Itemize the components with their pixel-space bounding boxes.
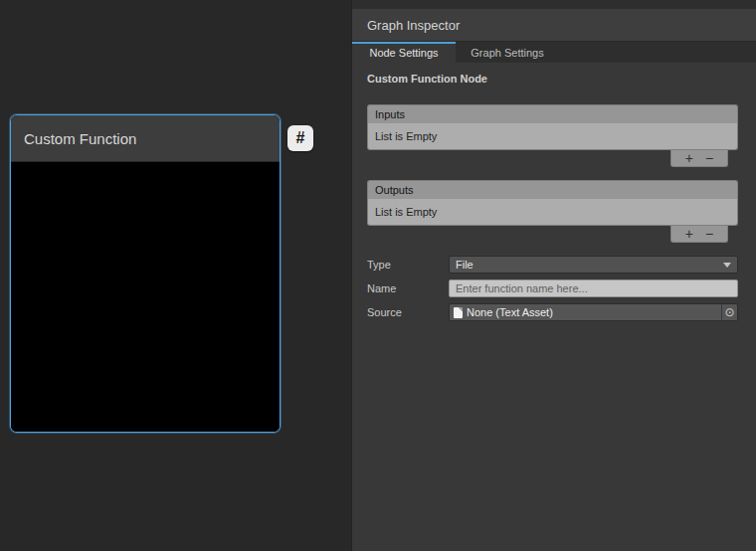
node-title: Custom Function: [24, 130, 136, 147]
custom-function-node[interactable]: Custom Function: [10, 114, 281, 433]
inspector-tab-bar: Node Settings Graph Settings: [352, 42, 756, 63]
graph-inspector-panel: Graph Inspector Node Settings Graph Sett…: [351, 0, 756, 551]
section-title: Custom Function Node: [367, 73, 738, 85]
node-title-bar[interactable]: Custom Function: [11, 115, 280, 162]
source-object-field[interactable]: None (Text Asset) ⊙: [449, 303, 738, 321]
outputs-list-footer: + −: [367, 226, 738, 243]
inspector-header-area: Graph Inspector Node Settings Graph Sett…: [352, 0, 756, 63]
type-dropdown[interactable]: File: [449, 256, 738, 274]
graph-canvas[interactable]: Custom Function #: [0, 0, 351, 551]
outputs-list-title: Outputs: [375, 184, 414, 196]
source-object-value: None (Text Asset): [467, 306, 721, 318]
object-picker-button[interactable]: ⊙: [721, 304, 737, 320]
type-dropdown-value: File: [456, 259, 723, 271]
outputs-footer-bar: + −: [670, 226, 728, 243]
object-picker-icon: ⊙: [724, 306, 734, 318]
outputs-remove-button[interactable]: −: [705, 227, 713, 241]
inputs-list: Inputs List is Empty + −: [367, 104, 738, 167]
inputs-list-empty-row: List is Empty: [367, 123, 738, 150]
inputs-add-button[interactable]: +: [685, 151, 693, 165]
inspector-content: Custom Function Node Inputs List is Empt…: [352, 63, 756, 551]
outputs-add-button[interactable]: +: [685, 227, 693, 241]
outputs-list-header[interactable]: Outputs: [367, 180, 738, 199]
tab-node-settings[interactable]: Node Settings: [352, 42, 456, 63]
node-preview-area: [11, 162, 280, 433]
tab-graph-settings[interactable]: Graph Settings: [456, 42, 559, 63]
outputs-list-empty-row: List is Empty: [367, 199, 738, 226]
inputs-list-footer: + −: [367, 150, 738, 167]
name-label: Name: [367, 282, 449, 294]
inputs-list-header[interactable]: Inputs: [367, 104, 738, 123]
hash-badge-button[interactable]: #: [287, 125, 313, 151]
type-label: Type: [367, 259, 449, 271]
name-field-row: Name: [367, 279, 738, 297]
hash-icon: #: [296, 129, 305, 147]
chevron-down-icon: [723, 263, 731, 268]
source-label: Source: [367, 306, 449, 318]
inputs-remove-button[interactable]: −: [705, 151, 713, 165]
inspector-title-bar[interactable]: Graph Inspector: [352, 9, 756, 42]
inputs-empty-label: List is Empty: [375, 130, 437, 142]
inputs-list-title: Inputs: [375, 108, 405, 120]
type-field-row: Type File: [367, 256, 738, 274]
text-asset-icon: [454, 307, 463, 318]
inspector-title: Graph Inspector: [367, 18, 460, 33]
function-name-input[interactable]: [449, 279, 738, 297]
shader-graph-window: Custom Function # Graph Inspector Node S…: [0, 0, 756, 551]
inputs-footer-bar: + −: [670, 150, 728, 167]
outputs-empty-label: List is Empty: [375, 206, 437, 218]
source-field-row: Source None (Text Asset) ⊙: [367, 303, 738, 321]
outputs-list: Outputs List is Empty + −: [367, 180, 738, 243]
